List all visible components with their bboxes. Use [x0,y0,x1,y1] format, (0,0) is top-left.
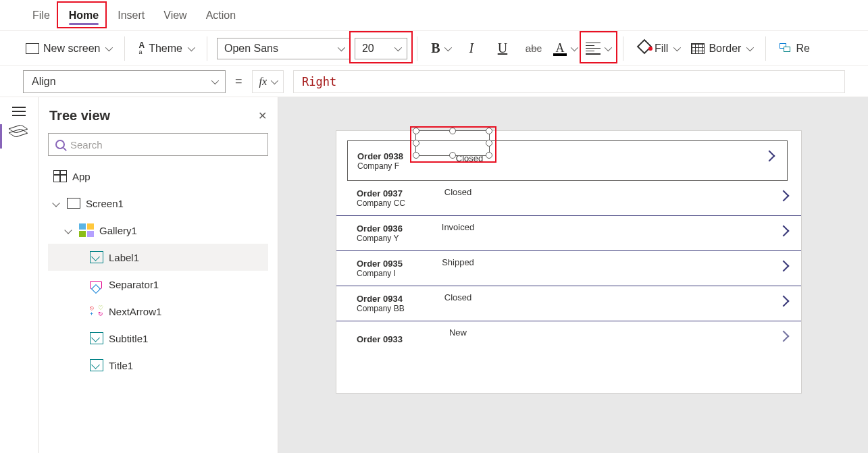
chevron-right-icon[interactable] [778,225,790,237]
gallery-icon [79,223,94,237]
fx-label: fx [259,76,267,88]
label-icon [90,359,103,371]
tree-search[interactable] [48,133,268,156]
canvas-screen[interactable]: Order 0938 Company F Closed [336,131,801,393]
row-status: Closed [431,187,485,197]
gallery-row[interactable]: Order 0933 New [336,321,801,356]
canvas[interactable]: Order 0938 Company F Closed [278,97,868,453]
tree-node-title1[interactable]: Title1 [48,352,268,379]
search-icon [55,140,65,149]
selection-handles[interactable] [415,130,490,156]
theme-button[interactable]: Aa Theme [134,39,197,58]
chevron-down-icon [338,43,345,51]
underline-icon: U [498,41,507,56]
font-size-value: 20 [362,43,374,55]
font-family-dropdown[interactable]: Open Sans [217,38,351,59]
font-size-dropdown[interactable]: 20 [355,38,407,59]
italic-button[interactable]: I [458,36,485,61]
text-align-button[interactable] [582,36,613,61]
tree-node-gallery1[interactable]: Gallery1 [48,217,268,244]
resize-handle[interactable] [413,152,419,159]
border-button[interactable]: Border [687,40,756,57]
property-dropdown[interactable]: Align [23,70,226,93]
row-subtitle: Company F [357,161,428,171]
chevron-right-icon[interactable] [778,190,790,202]
tree-node-label1[interactable]: Label1 [48,244,268,271]
chevron-right-icon[interactable] [764,151,775,162]
tree-node-screen1[interactable]: Screen1 [48,190,268,217]
reorder-icon [780,43,792,54]
row-subtitle: Company CC [357,198,430,208]
row-title: Order 0937 [357,188,430,198]
gallery[interactable]: Order 0938 Company F Closed [336,140,801,356]
chevron-down-icon [444,43,451,51]
chevron-right-icon[interactable] [778,261,790,272]
tree-view-title: Tree view [49,108,110,124]
tree-view-icon[interactable] [11,126,26,138]
search-input[interactable] [70,139,261,151]
underline-button[interactable]: U [489,36,516,61]
close-icon[interactable]: ✕ [258,109,267,122]
ribbon: New screen Aa Theme Open Sans 20 B I U a… [0,31,868,66]
tab-action[interactable]: Action [197,3,245,28]
separator [207,36,207,61]
bold-icon: B [431,41,440,56]
tree: App Screen1 Gallery1 Label1 Separator1 [48,163,268,379]
resize-handle[interactable] [486,152,492,159]
tree-node-label: Separator1 [109,279,159,290]
resize-handle[interactable] [413,128,419,134]
formula-input[interactable]: Right [293,70,845,93]
chevron-down-icon [571,43,578,51]
bold-button[interactable]: B [427,36,454,61]
gallery-row[interactable]: Order 0936 Company Y Invoiced [336,216,801,251]
chevron-down-icon [673,43,681,51]
chevron-down-icon [605,43,612,51]
row-title: Order 0935 [357,259,430,269]
tree-node-nextarrow1[interactable]: ⦸♡+↻ NextArrow1 [48,298,268,325]
resize-handle[interactable] [413,140,419,146]
app-icon [53,170,67,182]
strikethrough-button[interactable]: abc [520,36,547,61]
property-value: Align [32,76,56,88]
fill-button[interactable]: Fill [633,40,683,57]
tree-node-subtitle1[interactable]: Subtitle1 [48,325,268,352]
hamburger-icon[interactable] [12,107,26,116]
chevron-right-icon[interactable] [778,331,790,342]
fx-button[interactable]: fx [252,70,284,93]
resize-handle[interactable] [449,128,456,134]
tab-home[interactable]: Home [59,3,108,28]
equals-sign: = [235,74,242,88]
gallery-row[interactable]: Order 0938 Company F Closed [347,140,788,181]
tree-node-app[interactable]: App [48,163,268,190]
tab-file[interactable]: File [23,3,59,28]
tab-view[interactable]: View [154,3,196,28]
row-title: Order 0934 [357,294,430,304]
tree-view-panel: Tree view ✕ App Screen1 Gallery1 [38,97,278,453]
border-icon [691,43,705,54]
row-subtitle: Company BB [357,304,430,313]
resize-handle[interactable] [449,152,456,159]
chevron-right-icon[interactable] [778,296,790,307]
separator-icon [90,279,103,290]
reorder-label: Re [796,43,809,55]
gallery-row[interactable]: Order 0935 Company I Shipped [336,251,801,286]
new-screen-label: New screen [43,43,100,55]
chevron-down-icon [105,43,113,51]
row-status: New [431,327,485,338]
tree-node-separator1[interactable]: Separator1 [48,271,268,298]
gallery-row[interactable]: Order 0934 Company BB Closed [336,286,801,321]
reorder-button[interactable]: Re [775,40,813,57]
chevron-down-icon [271,76,278,84]
gallery-row[interactable]: Order 0937 Company CC Closed [336,181,801,216]
theme-icon: Aa [138,42,145,55]
tree-node-label: Subtitle1 [109,333,148,344]
resize-handle[interactable] [486,140,492,146]
font-color-button[interactable]: A [551,36,578,61]
formula-bar: Align = fx Right [0,66,868,97]
separator [623,36,623,61]
tab-insert[interactable]: Insert [108,3,154,28]
new-screen-button[interactable]: New screen [22,40,115,57]
tree-node-label: Label1 [109,252,139,263]
font-family-value: Open Sans [224,43,278,55]
resize-handle[interactable] [486,128,492,134]
